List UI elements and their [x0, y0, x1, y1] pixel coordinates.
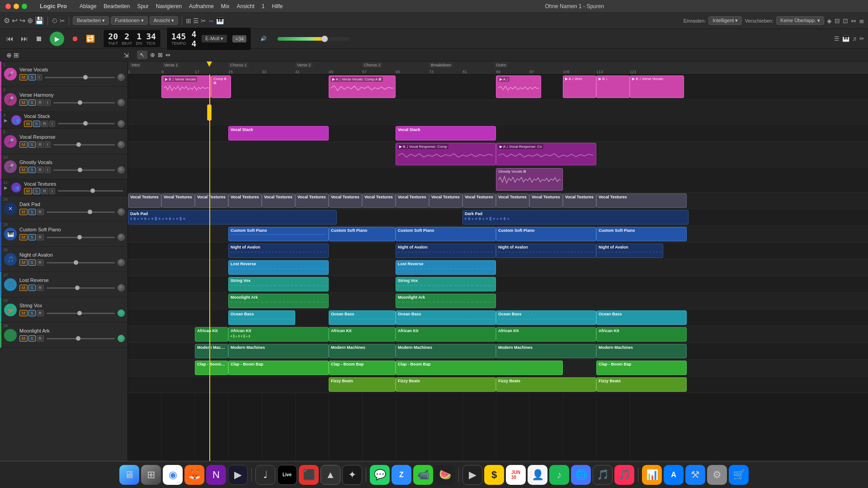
record-btn-24[interactable]: R: [37, 209, 44, 215]
clip-cb-2[interactable]: Clap - Boom Bap: [329, 361, 396, 375]
dock-calendar[interactable]: JUN30: [506, 465, 526, 485]
track-options-button[interactable]: ⊞: [14, 52, 19, 59]
clip-mm-2[interactable]: Modern Machines: [329, 344, 396, 358]
fader-handle-26[interactable]: [74, 260, 78, 265]
dock-fruitninja[interactable]: 🍉: [435, 465, 455, 485]
clip-csp-4[interactable]: Custom Soft Piano: [496, 227, 596, 241]
clip-mm-4[interactable]: Modern Machines: [496, 344, 596, 358]
record-btn-1[interactable]: I: [37, 74, 42, 80]
fader-handle-11[interactable]: [90, 188, 95, 193]
clip-outro3[interactable]: ▶ B ♩ Verse Vocals:: [630, 75, 684, 98]
fader-27[interactable]: [47, 287, 115, 289]
plus-tool[interactable]: ⊕: [150, 52, 155, 58]
group-arrow-11[interactable]: ▶: [4, 185, 8, 190]
clip-vt-8[interactable]: Vocal Textures: [362, 193, 396, 208]
icon-edit[interactable]: ✏: [859, 35, 864, 42]
mute-btn-26[interactable]: M: [19, 259, 28, 266]
icon-settings[interactable]: ⚙: [4, 16, 10, 25]
solo-btn-11[interactable]: S: [33, 188, 40, 194]
fader-handle-25[interactable]: [77, 235, 82, 239]
solo-btn-24[interactable]: S: [28, 209, 36, 215]
pan-knob-28[interactable]: [118, 310, 125, 317]
group-arrow-3[interactable]: ▶: [4, 118, 8, 123]
icon-tool2[interactable]: ⊟: [835, 17, 840, 24]
record-btn-28[interactable]: R: [37, 310, 44, 316]
fader-handle-9[interactable]: [76, 142, 81, 147]
pan-knob-9[interactable]: [118, 141, 125, 148]
clip-vt-3[interactable]: Vocal Textures: [195, 193, 228, 208]
fader-29[interactable]: [47, 338, 115, 339]
menu-navigieren[interactable]: Navigieren: [156, 3, 182, 9]
fader-handle-3[interactable]: [83, 121, 88, 126]
dock-store[interactable]: 🛒: [729, 465, 749, 485]
dock-finder[interactable]: 🖥: [119, 465, 139, 485]
clip-ob-1[interactable]: Ocean Bass: [228, 310, 295, 325]
mute-btn-2[interactable]: M: [19, 99, 28, 106]
clip-ob-5[interactable]: Ocean Bass: [596, 310, 687, 325]
functions-button[interactable]: Funktionen ▾: [111, 16, 147, 25]
edit-mode-button[interactable]: Bearbeiten ▾: [73, 16, 109, 25]
solo-btn-27[interactable]: S: [28, 285, 36, 291]
clip-fb-4[interactable]: Fizzy Beats: [596, 377, 687, 392]
fast-forward-button[interactable]: ⏭: [18, 33, 31, 45]
icon-list[interactable]: ☰: [193, 17, 199, 24]
key-signature[interactable]: E-Moll ▾: [202, 35, 227, 42]
track-item-lost-reverse[interactable]: 27 🎵 Lost Reverse M S R: [0, 272, 127, 297]
clip-lr-2[interactable]: Lost Reverse: [396, 260, 496, 275]
clip-vt-4[interactable]: Vocal Textures: [228, 193, 262, 208]
track-item-verse-harmony[interactable]: 2 🎤 Verse Harmony M S R I: [0, 87, 127, 112]
track-item-string-vox[interactable]: 28 🎻 String Vox M S R: [0, 297, 127, 323]
track-item-vocal-stack[interactable]: 3 ▶ 👥 Vocal Stack M S R I: [0, 112, 127, 129]
fader-10[interactable]: [53, 169, 115, 171]
icon-tool1[interactable]: ◈: [827, 17, 832, 24]
menu-aufnahme[interactable]: Aufnahme: [189, 3, 214, 9]
icon-piano[interactable]: 🎹: [842, 35, 849, 42]
clip-dark-pad-2[interactable]: Dark Pad: [462, 210, 689, 225]
clip-compb[interactable]: Comp B ⊠: [211, 75, 231, 98]
mute-btn-25[interactable]: M: [19, 234, 28, 240]
track-item-ghostly-vocals[interactable]: 10 🎤 Ghostly Vocals M S R I: [0, 154, 127, 179]
record-btn-25[interactable]: R: [37, 234, 44, 240]
input-btn-2[interactable]: I: [45, 99, 51, 106]
menu-hilfe[interactable]: Hilfe: [272, 3, 283, 9]
fader-25[interactable]: [47, 237, 115, 238]
track-item-vocal-textures[interactable]: 11 ▶ 👥 Vocal Textures M S R I: [0, 179, 127, 196]
clip-outro1[interactable]: ▶ A ♩ Vers: [563, 75, 596, 98]
fader-2[interactable]: [53, 102, 115, 103]
solo-btn-26[interactable]: S: [28, 259, 36, 266]
clip-sv-2[interactable]: String Vox: [396, 277, 496, 291]
mute-btn-9[interactable]: M: [19, 141, 28, 148]
timeline-scroll[interactable]: ▶ B ♩ Verse Vocals Comp B ⊠ ▶ A ♩ Verse …: [128, 75, 868, 461]
fader-handle-27[interactable]: [75, 286, 80, 290]
pan-knob-10[interactable]: [118, 166, 125, 174]
icon-tool3[interactable]: ⊡: [843, 17, 848, 24]
clip-ob-4[interactable]: Ocean Bass: [496, 310, 596, 325]
clip-mm-5[interactable]: Modern Machines: [596, 344, 687, 358]
volume-slider[interactable]: [278, 37, 350, 41]
clip-vocal-stack-2[interactable]: Vocal Stack: [396, 126, 496, 141]
clip-vt-7[interactable]: Vocal Textures: [329, 193, 362, 208]
clip-mm-1[interactable]: Modern Machines: [228, 344, 329, 358]
dock-browser[interactable]: 🌐: [571, 465, 591, 485]
mute-btn-3[interactable]: M: [24, 121, 32, 127]
dock-capture[interactable]: ⬛: [299, 465, 319, 485]
fader-3[interactable]: [58, 123, 115, 124]
icon-midi[interactable]: 🎹: [216, 17, 224, 24]
clip-noa-3[interactable]: Night of Avalon: [496, 244, 596, 258]
fader-24[interactable]: [47, 211, 115, 213]
clip-vt-2[interactable]: Vocal Textures: [161, 193, 195, 208]
icon-grid[interactable]: ⊞: [186, 17, 191, 24]
record-button[interactable]: ⏺: [69, 33, 81, 45]
clip-ak-intro[interactable]: African Kit: [195, 327, 228, 342]
dock-davinci[interactable]: ▶: [462, 465, 482, 485]
clip-ob-3[interactable]: Ocean Bass: [396, 310, 496, 325]
mute-btn-29[interactable]: M: [19, 335, 28, 342]
clip-vt-5[interactable]: Vocal Textures: [262, 193, 295, 208]
clip-ma-1[interactable]: Moonlight Ark: [228, 294, 329, 308]
clip-csp-1[interactable]: Custom Soft Piano: [228, 227, 329, 241]
icon-save[interactable]: 💾: [35, 16, 44, 25]
track-item-dark-pad[interactable]: 24 ✕ Dark Pad M S R: [0, 196, 127, 221]
clip-csp-5[interactable]: Custom Soft Piano: [596, 227, 687, 241]
clip-noa-2[interactable]: Night of Avalon: [396, 244, 496, 258]
clip-vt-13[interactable]: Vocal Textures: [529, 193, 563, 208]
